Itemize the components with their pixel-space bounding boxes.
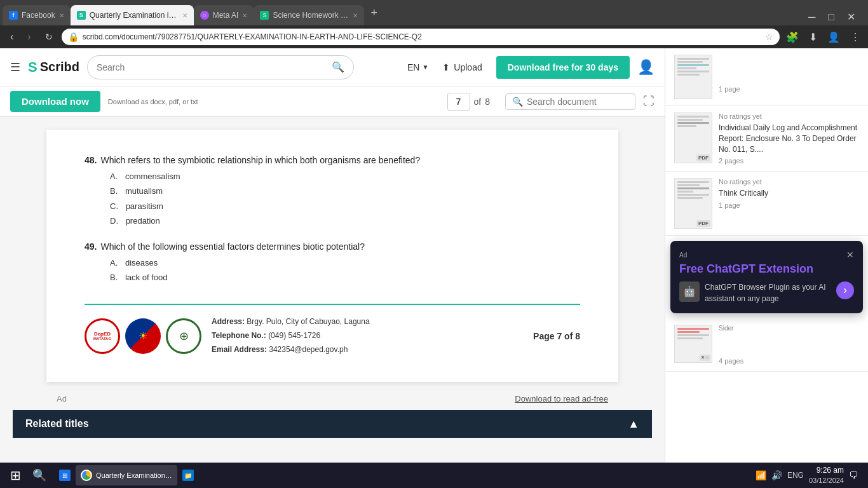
hamburger-menu[interactable]: ☰ (10, 60, 20, 74)
tab-scribd-label: Quarterly Examination in Earth (90, 11, 179, 20)
scribd-logo[interactable]: S Scribd (28, 59, 79, 76)
taskbar-sound-icon[interactable]: 🔊 (771, 470, 782, 480)
question-48: 48. Which refers to the symbiotic relati… (85, 155, 580, 229)
extensions-icon[interactable]: 🧩 (783, 29, 801, 46)
download-now-button[interactable]: Download now (10, 91, 100, 112)
start-button[interactable]: ⊞ (5, 465, 26, 485)
back-button[interactable]: ‹ (5, 29, 18, 45)
download-ad-free-link[interactable]: Download to read ad-free (515, 394, 608, 403)
tab-science-hw-close[interactable]: ✕ (353, 12, 358, 19)
footer-page-bold: 7 (557, 331, 562, 341)
tab-meta-ai-label: Meta AI (213, 11, 239, 20)
deped-logo: DepED MATATAG (85, 318, 120, 354)
tab-scribd[interactable]: S Quarterly Examination in Earth ✕ (71, 5, 194, 25)
choice-48-b-letter: B. (110, 186, 118, 196)
meta-ai-favicon: ○ (200, 11, 209, 20)
tab-science-hw[interactable]: S Science Homework Help | Stud ✕ (254, 5, 364, 25)
page-number-input[interactable] (447, 93, 470, 111)
taskbar-search-icon[interactable]: 🔍 (29, 466, 50, 485)
ad-popup-arrow-button[interactable]: › (836, 281, 854, 299)
question-49-text: Which of the following essential factors… (100, 241, 365, 252)
sidebar-thumb-2: PDF (674, 112, 712, 163)
tab-facebook-close[interactable]: ✕ (59, 12, 64, 19)
sidebar-doc-1-pages: 1 page (719, 85, 740, 93)
minimize-button[interactable]: ─ (803, 9, 820, 25)
sidebar-doc-3-rating: No ratings yet (719, 178, 859, 186)
language-label: EN (407, 62, 419, 72)
bookmark-icon[interactable]: ☆ (765, 32, 773, 42)
taskbar-windows-icon[interactable]: ⊞ (55, 465, 74, 485)
upload-label: Upload (454, 62, 482, 72)
sidebar-thumb-1 (674, 55, 712, 99)
tab-scribd-close[interactable]: ✕ (182, 12, 187, 19)
choice-48-a-letter: A. (110, 172, 118, 181)
close-button[interactable]: ✕ (842, 8, 860, 25)
footer-page-number: Page 7 of 8 (533, 331, 580, 341)
page-navigation: of 8 (447, 93, 490, 111)
tab-meta-ai-close[interactable]: ✕ (242, 12, 247, 19)
taskbar-time: 9:26 am (809, 465, 844, 476)
email-label: Email Address: (212, 345, 267, 354)
seal-logo: ⊕ (166, 318, 201, 354)
download-free-button[interactable]: Download free for 30 days (496, 56, 630, 79)
address-text: scribd.com/document/790287751/QUARTERLY-… (83, 32, 761, 41)
search-doc-icon: 🔍 (512, 97, 523, 107)
search-icon[interactable]: 🔍 (332, 61, 344, 73)
taskbar-active-tab: Quarterly Examination in Earth (96, 471, 172, 479)
maximize-button[interactable]: □ (823, 9, 839, 25)
science-hw-favicon: S (260, 11, 269, 20)
related-titles-label: Related titles (25, 418, 89, 430)
related-titles-bar[interactable]: Related titles ▲ (13, 410, 652, 438)
taskbar-notification-icon[interactable]: 🗨 (849, 470, 858, 480)
taskbar-explorer-app[interactable]: 📁 (179, 465, 198, 485)
user-account-icon[interactable]: 👤 (637, 59, 654, 76)
choice-48-a-text: commensalism (125, 172, 180, 181)
taskbar-clock[interactable]: 9:26 am 03/12/2024 (809, 465, 844, 485)
ad-popup-label: Ad (679, 252, 687, 259)
sidebar-doc-2-pages: 2 pages (719, 157, 859, 165)
menu-icon[interactable]: ⋮ (848, 29, 863, 46)
choice-48-d-letter: D. (110, 216, 118, 226)
taskbar-wifi-icon[interactable]: 📶 (756, 470, 766, 480)
sidebar-doc-2-title: Individual Daily Log and Accomplishment … (719, 123, 859, 154)
profile-icon[interactable]: 👤 (825, 29, 843, 46)
choice-49-a: A. diseases (110, 255, 580, 270)
sidebar-thumb-4: ✕ ⊙ (674, 325, 712, 363)
ad-popup-title: Free ChatGPT Extension (679, 262, 854, 276)
choice-48-d-text: predation (126, 216, 160, 226)
question-48-text: Which refers to the symbiotic relationsh… (100, 155, 420, 165)
tab-meta-ai[interactable]: ○ Meta AI ✕ (194, 5, 254, 25)
choice-48-d: D. predation (110, 214, 580, 228)
sidebar-doc-3[interactable]: PDF No ratings yet Think Critically 1 pa… (665, 172, 868, 236)
taskbar-lang-label: ENG (787, 471, 804, 480)
question-49: 49. Which of the following essential fac… (85, 241, 580, 285)
ad-popup-close-button[interactable]: ✕ (846, 250, 854, 260)
sidebar-doc-4[interactable]: ✕ ⊙ Sider 4 pages (665, 318, 868, 372)
sidebar-doc-1[interactable]: 1 page (665, 48, 868, 106)
new-tab-button[interactable]: + (364, 0, 384, 25)
upload-button[interactable]: ⬆ Upload (436, 58, 488, 76)
tab-facebook[interactable]: f Facebook ✕ (3, 5, 71, 25)
ad-popup-logo-icon: 🤖 (679, 281, 700, 302)
language-selector[interactable]: EN ▼ (407, 62, 428, 72)
footer-address: Address: Brgy. Pulo, City of Cabuyao, La… (212, 315, 370, 356)
forward-button[interactable]: › (22, 29, 36, 45)
email-value: 342354@deped.gov.ph (269, 345, 348, 354)
sidebar-doc-4-label: Sider (719, 325, 859, 332)
facebook-favicon: f (9, 11, 18, 20)
choice-48-c-letter: C. (110, 201, 118, 211)
choice-49-a-letter: A. (110, 258, 118, 268)
download-browser-icon[interactable]: ⬇ (806, 29, 820, 46)
taskbar-date: 03/12/2024 (809, 476, 844, 485)
search-document-input[interactable] (527, 97, 628, 107)
fullscreen-button[interactable]: ⛶ (643, 95, 654, 108)
choice-48-a: A. commensalism (110, 169, 580, 184)
choice-48-c-text: parasitism (126, 201, 163, 211)
search-input[interactable] (97, 62, 327, 72)
ph-logo: ☀ (125, 318, 161, 354)
choice-48-b: B. mutualism (110, 184, 580, 198)
telephone-value: (049) 545-1726 (268, 331, 320, 340)
taskbar-chrome-app[interactable]: Quarterly Examination in Earth (76, 465, 177, 485)
sidebar-doc-2[interactable]: PDF No ratings yet Individual Daily Log … (665, 106, 868, 172)
refresh-button[interactable]: ↻ (40, 29, 58, 44)
